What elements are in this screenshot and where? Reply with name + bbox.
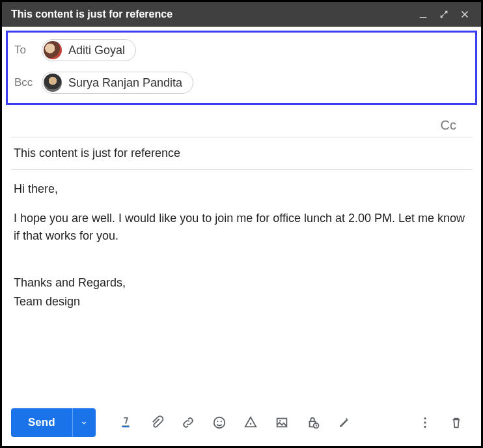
recipients-highlight-box: To Aditi Goyal Bcc Surya Ranjan Pandita bbox=[6, 31, 477, 105]
recipient-name: Aditi Goyal bbox=[68, 44, 125, 57]
compose-window: This content is just for reference To Ad… bbox=[2, 2, 481, 446]
body-signoff: Thanks and Regards, bbox=[14, 274, 469, 292]
lock-clock-icon bbox=[306, 415, 320, 430]
send-more-button[interactable] bbox=[72, 408, 96, 437]
attach-button[interactable] bbox=[145, 411, 169, 434]
body-greeting: Hi there, bbox=[14, 180, 469, 198]
svg-point-11 bbox=[424, 421, 426, 423]
bcc-label: Bcc bbox=[14, 76, 42, 89]
trash-icon bbox=[449, 415, 463, 430]
insert-image-button[interactable] bbox=[270, 411, 294, 434]
cc-toggle[interactable]: Cc bbox=[441, 118, 456, 133]
message-body[interactable]: Hi there, I hope you are well. I would l… bbox=[11, 170, 472, 402]
avatar bbox=[44, 41, 62, 59]
close-icon bbox=[459, 8, 471, 20]
avatar bbox=[44, 74, 62, 92]
subject-field[interactable]: This content is just for reference bbox=[11, 137, 472, 170]
discard-button[interactable] bbox=[445, 411, 468, 434]
paperclip-icon bbox=[150, 415, 164, 430]
pen-icon bbox=[337, 415, 352, 430]
window-title: This content is just for reference bbox=[11, 8, 172, 20]
drive-button[interactable] bbox=[239, 411, 262, 434]
body-team: Team design bbox=[14, 293, 469, 311]
signature-button[interactable] bbox=[333, 411, 356, 434]
recipient-name: Surya Ranjan Pandita bbox=[68, 76, 182, 90]
svg-point-7 bbox=[279, 420, 281, 421]
emoji-button[interactable] bbox=[208, 411, 231, 434]
svg-point-3 bbox=[217, 421, 218, 422]
chevron-down-icon bbox=[79, 418, 89, 427]
expand-button[interactable] bbox=[437, 7, 451, 21]
bcc-row[interactable]: Bcc Surya Ranjan Pandita bbox=[10, 69, 473, 96]
titlebar: This content is just for reference bbox=[2, 2, 481, 27]
expand-icon bbox=[439, 9, 449, 20]
svg-rect-1 bbox=[122, 427, 129, 428]
svg-point-10 bbox=[424, 417, 426, 419]
link-icon bbox=[181, 415, 195, 430]
svg-point-2 bbox=[214, 417, 225, 428]
svg-rect-0 bbox=[420, 17, 427, 18]
send-button[interactable]: Send bbox=[11, 408, 72, 437]
confidential-button[interactable] bbox=[301, 411, 325, 434]
minimize-button[interactable] bbox=[416, 7, 430, 21]
more-vertical-icon bbox=[418, 415, 432, 430]
compose-toolbar: Send bbox=[2, 402, 481, 446]
svg-point-12 bbox=[424, 426, 426, 428]
close-button[interactable] bbox=[458, 7, 472, 21]
text-format-icon bbox=[118, 415, 133, 430]
drive-icon bbox=[243, 415, 258, 430]
recipient-chip-bcc[interactable]: Surya Ranjan Pandita bbox=[42, 72, 193, 94]
body-paragraph: I hope you are well. I would like you to… bbox=[14, 210, 469, 245]
subject-text: This content is just for reference bbox=[14, 147, 180, 160]
cc-toggle-row: Cc bbox=[11, 109, 472, 137]
recipient-chip-to[interactable]: Aditi Goyal bbox=[42, 39, 136, 61]
more-options-button[interactable] bbox=[413, 411, 437, 434]
svg-point-5 bbox=[249, 423, 251, 425]
insert-link-button[interactable] bbox=[176, 411, 200, 434]
minimize-icon bbox=[418, 9, 428, 20]
to-label: To bbox=[14, 44, 42, 57]
to-row[interactable]: To Aditi Goyal bbox=[10, 36, 473, 64]
send-button-group: Send bbox=[11, 408, 96, 437]
formatting-button[interactable] bbox=[114, 411, 137, 434]
image-icon bbox=[275, 415, 289, 430]
svg-point-4 bbox=[220, 421, 221, 422]
emoji-icon bbox=[212, 415, 227, 430]
